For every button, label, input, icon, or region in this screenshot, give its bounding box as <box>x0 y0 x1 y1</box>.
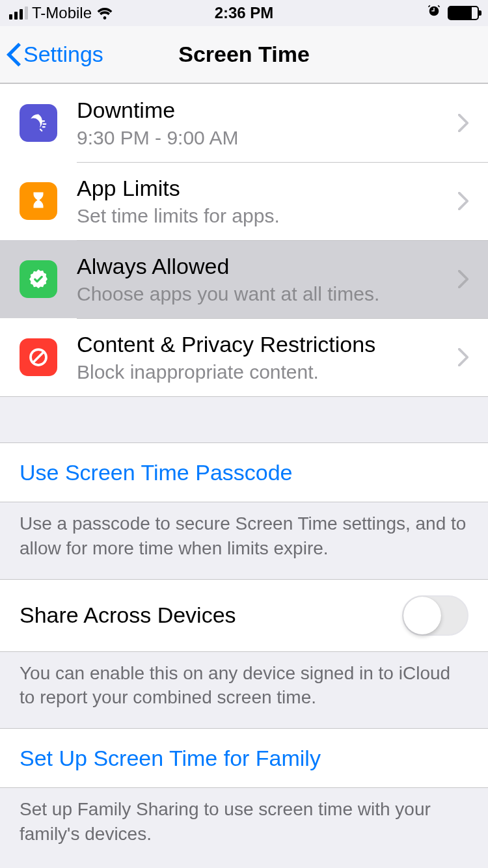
row-title: Content & Privacy Restrictions <box>77 332 452 357</box>
status-bar: T-Mobile 2:36 PM <box>0 0 488 26</box>
link-label: Set Up Screen Time for Family <box>20 746 321 771</box>
restriction-icon <box>20 338 57 376</box>
row-share-devices: Share Across Devices <box>0 579 488 652</box>
passcode-footer: Use a passcode to secure Screen Time set… <box>0 502 488 579</box>
row-title: Downtime <box>77 98 452 123</box>
chevron-right-icon <box>458 114 468 132</box>
row-subtitle: Set time limits for apps. <box>77 205 452 227</box>
family-footer: Set up Family Sharing to use screen time… <box>0 788 488 865</box>
svg-line-1 <box>34 353 44 362</box>
chevron-right-icon <box>458 348 468 366</box>
row-subtitle: Block inappropriate content. <box>77 361 452 383</box>
wifi-icon <box>96 6 114 20</box>
share-toggle[interactable] <box>402 595 468 636</box>
carrier-label: T-Mobile <box>32 4 92 22</box>
back-label: Settings <box>23 42 103 67</box>
row-title: Always Allowed <box>77 254 452 279</box>
status-left: T-Mobile <box>9 4 114 22</box>
status-right <box>427 4 479 22</box>
share-footer: You can enable this on any device signed… <box>0 652 488 729</box>
row-title: App Limits <box>77 176 452 201</box>
row-use-passcode[interactable]: Use Screen Time Passcode <box>0 442 488 502</box>
row-subtitle: Choose apps you want at all times. <box>77 283 452 305</box>
row-app-limits[interactable]: App Limits Set time limits for apps. <box>0 162 488 240</box>
screen-time-options-group: Downtime 9:30 PM - 9:00 AM App Limits Se… <box>0 83 488 397</box>
check-seal-icon <box>20 260 57 298</box>
alarm-icon <box>427 4 441 22</box>
downtime-icon <box>20 104 57 142</box>
row-setup-family[interactable]: Set Up Screen Time for Family <box>0 728 488 788</box>
chevron-right-icon <box>458 192 468 210</box>
nav-bar: Settings Screen Time <box>0 26 488 83</box>
chevron-right-icon <box>458 270 468 288</box>
hourglass-icon <box>20 182 57 220</box>
share-label: Share Across Devices <box>20 603 236 628</box>
row-always-allowed[interactable]: Always Allowed Choose apps you want at a… <box>0 240 488 318</box>
link-label: Use Screen Time Passcode <box>20 460 293 485</box>
status-time: 2:36 PM <box>215 4 274 22</box>
back-button[interactable]: Settings <box>7 42 103 67</box>
signal-icon <box>9 7 28 20</box>
row-downtime[interactable]: Downtime 9:30 PM - 9:00 AM <box>0 84 488 162</box>
row-content-privacy[interactable]: Content & Privacy Restrictions Block ina… <box>0 318 488 396</box>
battery-icon <box>448 6 479 20</box>
row-subtitle: 9:30 PM - 9:00 AM <box>77 127 452 149</box>
page-title: Screen Time <box>178 42 310 67</box>
